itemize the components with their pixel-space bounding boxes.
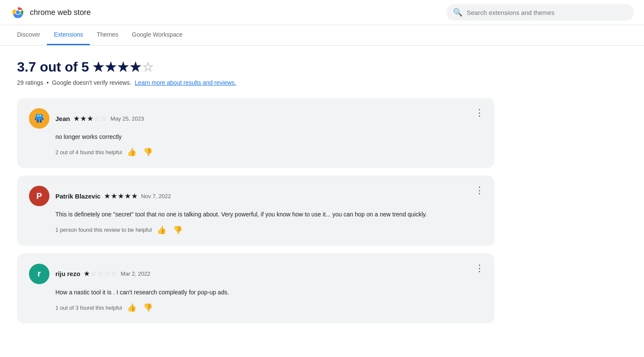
more-options-jean[interactable]: ⋮ <box>473 107 486 119</box>
rating-sub: 29 ratings • Google doesn't verify revie… <box>17 79 494 86</box>
svg-rect-6 <box>37 119 39 123</box>
review-helpful-riju: 1 out of 3 found this helpful 👍 👎 <box>29 302 482 313</box>
avatar-jean <box>29 108 49 129</box>
nav-item-themes[interactable]: Themes <box>90 25 125 45</box>
reviewer-name-patrik: Patrik Blazevic <box>55 193 101 200</box>
avatar-letter-riju: r <box>38 269 41 279</box>
review-helpful-patrik: 1 person found this review to be helpful… <box>29 225 482 236</box>
review-card-jean: Jean ★ ★ ★ ☆ ☆ May 25, 2023 no longer wo… <box>17 98 494 168</box>
review-header-riju: r riju rezo ★ ☆ ☆ ☆ ☆ Mar 2, 2022 <box>29 264 482 284</box>
jean-avatar-icon <box>32 112 46 125</box>
nav-bar: Discover Extensions Themes Google Worksp… <box>0 25 644 46</box>
chrome-logo-icon <box>10 5 26 20</box>
svg-rect-9 <box>42 118 43 120</box>
star-4: ★ <box>130 60 141 75</box>
ratings-count: 29 ratings <box>17 79 43 86</box>
more-options-patrik[interactable]: ⋮ <box>473 184 486 197</box>
review-body-riju: How a nastic tool it is . I can't resear… <box>29 288 482 297</box>
main-content: 3.7 out of 5 ★ ★ ★ ★ ☆ 29 ratings • Goog… <box>0 46 511 345</box>
overall-rating: 3.7 out of 5 ★ ★ ★ ★ ☆ <box>17 59 494 75</box>
thumbs-up-jean[interactable]: 👍 <box>125 147 138 158</box>
star-5: ☆ <box>142 60 153 75</box>
search-input[interactable] <box>467 9 627 16</box>
logo-area: chrome web store <box>10 5 91 20</box>
helpful-text-patrik: 1 person found this review to be helpful <box>55 227 152 233</box>
avatar-patrik: P <box>29 186 49 206</box>
learn-more-link[interactable]: Learn more about results and reviews. <box>135 79 236 86</box>
review-date-jean: May 25, 2023 <box>110 115 144 122</box>
svg-rect-3 <box>36 114 43 119</box>
review-meta-patrik: Patrik Blazevic ★ ★ ★ ★ ★ Nov 7, 2022 <box>55 192 482 201</box>
reviewer-name-riju: riju rezo <box>55 270 80 277</box>
header: chrome web store 🔍 <box>0 0 644 25</box>
nav-item-discover[interactable]: Discover <box>10 25 47 45</box>
svg-rect-4 <box>38 115 39 116</box>
review-header-jean: Jean ★ ★ ★ ☆ ☆ May 25, 2023 <box>29 108 482 129</box>
star-2: ★ <box>105 60 116 75</box>
thumbs-up-riju[interactable]: 👍 <box>125 302 138 313</box>
thumbs-down-patrik[interactable]: 👎 <box>171 225 184 236</box>
review-header-patrik: P Patrik Blazevic ★ ★ ★ ★ ★ Nov 7, 2022 <box>29 186 482 206</box>
logo-text: chrome web store <box>30 8 91 17</box>
search-icon: 🔍 <box>453 8 462 17</box>
svg-rect-8 <box>35 118 36 120</box>
star-3: ★ <box>117 60 129 75</box>
review-date-patrik: Nov 7, 2022 <box>141 193 171 199</box>
review-card-patrik: P Patrik Blazevic ★ ★ ★ ★ ★ Nov 7, 2022 … <box>17 176 494 245</box>
helpful-text-riju: 1 out of 3 found this helpful <box>55 305 122 311</box>
more-options-riju[interactable]: ⋮ <box>473 262 486 275</box>
thumbs-up-patrik[interactable]: 👍 <box>155 225 168 236</box>
avatar-riju: r <box>29 264 49 284</box>
review-body-jean: no longer works correctly <box>29 132 482 141</box>
review-stars-jean: ★ ★ ★ ☆ ☆ <box>73 114 107 123</box>
search-bar: 🔍 <box>446 4 634 20</box>
rating-score: 3.7 out of 5 <box>17 59 89 75</box>
avatar-letter-patrik: P <box>36 191 42 201</box>
star-1: ★ <box>92 60 104 75</box>
review-helpful-jean: 2 out of 4 found this helpful 👍 👎 <box>29 147 482 158</box>
review-stars-riju: ★ ☆ ☆ ☆ ☆ <box>84 269 117 278</box>
svg-rect-5 <box>40 115 41 116</box>
review-card-riju: r riju rezo ★ ☆ ☆ ☆ ☆ Mar 2, 2022 How a … <box>17 253 494 323</box>
thumbs-down-jean[interactable]: 👎 <box>142 147 154 158</box>
nav-item-google-workspace[interactable]: Google Workspace <box>125 25 190 45</box>
rating-stars: ★ ★ ★ ★ ☆ <box>92 60 153 75</box>
svg-rect-7 <box>40 119 42 123</box>
review-stars-patrik: ★ ★ ★ ★ ★ <box>104 192 138 201</box>
thumbs-down-riju[interactable]: 👎 <box>142 302 154 313</box>
review-meta-jean: Jean ★ ★ ★ ☆ ☆ May 25, 2023 <box>55 114 482 123</box>
reviewer-name-jean: Jean <box>55 115 70 122</box>
svg-point-2 <box>16 11 20 14</box>
review-body-patrik: This is definetely one "secret" tool tha… <box>29 210 482 219</box>
review-meta-riju: riju rezo ★ ☆ ☆ ☆ ☆ Mar 2, 2022 <box>55 269 482 278</box>
nav-item-extensions[interactable]: Extensions <box>47 25 90 45</box>
helpful-text-jean: 2 out of 4 found this helpful <box>55 149 122 155</box>
disclaimer-text: Google doesn't verify reviews. <box>52 79 131 86</box>
review-date-riju: Mar 2, 2022 <box>121 271 150 277</box>
